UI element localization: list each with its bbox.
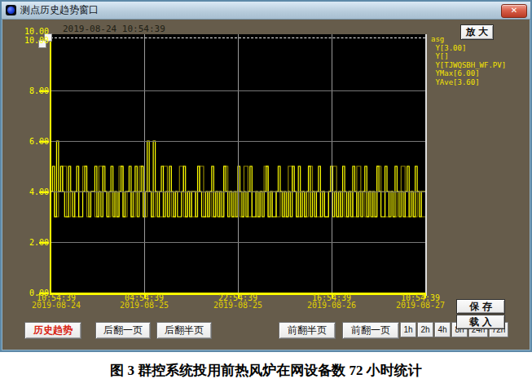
y-tick-label: 8.00: [20, 86, 49, 95]
grid-line-horizontal: [51, 242, 425, 243]
legend-line: Y[3.00]: [431, 44, 506, 53]
forward-half-page-button[interactable]: 前翻半页: [279, 322, 336, 339]
cursor-line[interactable]: [51, 37, 425, 38]
cursor-value-label: 10.00: [20, 27, 49, 36]
back-one-page-button[interactable]: 后翻一页: [95, 322, 151, 339]
zoom-in-button[interactable]: 放 大: [460, 24, 494, 40]
y-tick-label: 4.00: [20, 187, 49, 196]
app-icon: [6, 5, 16, 15]
x-tick-label: 22:54:392019-08-25: [201, 294, 275, 309]
y-tick-label: 10.00: [20, 36, 49, 45]
legend-line: Y[]: [431, 52, 506, 61]
window-title: 测点历史趋势窗口: [20, 3, 99, 17]
x-tick-label: 16:54:392019-08-26: [295, 294, 368, 309]
legend-line: Y[TJWQSBH_WF.PV]: [431, 61, 506, 70]
grid-line-horizontal: [51, 192, 425, 192]
grid-line-horizontal: [51, 90, 425, 91]
x-tick-label: 10:54:392019-08-27: [384, 294, 457, 309]
page: 测点历史趋势窗口 ✕ 10.00 2019-08-24 10:54:39 10.…: [0, 0, 532, 392]
forward-one-page-button[interactable]: 前翻一页: [342, 322, 399, 339]
grid-line-vertical: [238, 34, 239, 293]
x-tick-label: 04:54:392019-08-25: [108, 294, 181, 309]
close-icon[interactable]: ✕: [501, 4, 527, 18]
chart-legend: asg Y[3.00] Y[] Y[TJWQSBH_WF.PV] YMax[6.…: [431, 35, 506, 86]
load-button[interactable]: 载 入: [456, 315, 505, 329]
range-button-2h[interactable]: 2h: [417, 322, 433, 337]
range-button-1h[interactable]: 1h: [400, 322, 416, 337]
legend-line: YAve[3.60]: [431, 78, 506, 87]
figure-caption: 图 3 群控系统投用前热风炉在网设备数 72 小时统计: [0, 361, 532, 380]
legend-line: YMax[6.00]: [431, 69, 506, 78]
grid-line-horizontal: [51, 141, 425, 142]
range-button-4h[interactable]: 4h: [434, 322, 451, 337]
back-half-page-button[interactable]: 后翻半页: [156, 322, 212, 339]
save-button[interactable]: 保 存: [456, 299, 505, 314]
plot-right-border: [425, 34, 427, 296]
history-trend-button[interactable]: 历史趋势: [24, 322, 81, 339]
x-tick-label: 10:54:392019-08-24: [20, 294, 93, 309]
y-tick-label: 2.00: [20, 238, 49, 247]
trend-window: 测点历史趋势窗口 ✕ 10.00 2019-08-24 10:54:39 10.…: [0, 0, 532, 352]
grid-line-vertical: [332, 34, 332, 293]
title-bar[interactable]: 测点历史趋势窗口 ✕: [2, 2, 530, 20]
grid-line-vertical: [144, 34, 145, 293]
y-axis-line: [50, 37, 51, 294]
chart-timestamp: 2019-08-24 10:54:39: [63, 24, 165, 34]
y-tick-label: 6.00: [20, 137, 49, 146]
